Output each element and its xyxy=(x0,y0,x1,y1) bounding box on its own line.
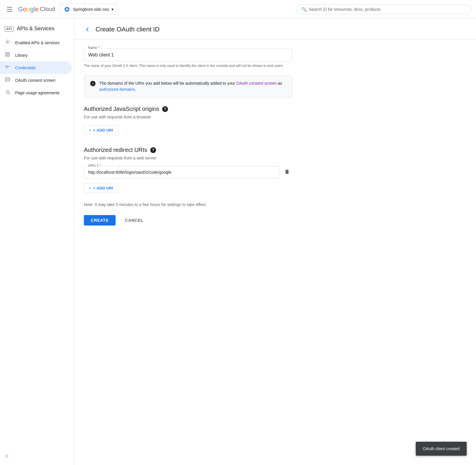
form-area: Name * The name of your OAuth 2.0 client… xyxy=(75,39,302,235)
info-banner: i The domains of the URIs you add below … xyxy=(84,75,292,97)
sidebar-label-oauth-consent: OAuth consent screen xyxy=(15,78,56,83)
svg-rect-3 xyxy=(6,52,7,54)
search-icon: 🔍 xyxy=(302,7,307,12)
add-uri-label-1: + ADD URI xyxy=(93,128,113,132)
add-uri-plus-icon-2: + xyxy=(89,186,91,190)
uri-field-row: URIs 1 * xyxy=(84,166,292,178)
redirect-uris-help-icon[interactable]: ? xyxy=(150,147,156,153)
google-cloud-logo[interactable]: Google Cloud xyxy=(18,6,55,13)
page-usage-icon xyxy=(5,89,10,96)
add-uri-button-1[interactable]: + + ADD URI xyxy=(84,125,118,135)
add-uri-plus-icon-1: + xyxy=(89,128,91,132)
svg-point-7 xyxy=(6,66,8,68)
main-content: Create OAuth client ID Name * The name o… xyxy=(75,19,476,465)
redirect-uris-section: Authorized redirect URIs ? For use with … xyxy=(84,147,292,193)
svg-rect-5 xyxy=(6,55,7,56)
info-icon: i xyxy=(90,81,96,88)
uri-input-1[interactable] xyxy=(84,166,279,178)
search-bar[interactable]: 🔍 Search (/) for resources, docs, produc… xyxy=(297,4,471,14)
sidebar-label-library: Library xyxy=(15,53,28,58)
sidebar-item-oauth-consent[interactable]: OAuth consent screen xyxy=(0,74,72,86)
sidebar-title: APIs & Services xyxy=(17,26,54,32)
toast-message: OAuth client created xyxy=(423,446,460,451)
library-icon xyxy=(5,52,10,58)
sidebar: API APIs & Services Enabled APIs & servi… xyxy=(0,19,75,465)
name-field-group: Name * The name of your OAuth 2.0 client… xyxy=(84,49,292,68)
name-field-label: Name * xyxy=(87,46,101,50)
create-button[interactable]: CREATE xyxy=(84,215,116,226)
name-hint: The name of your OAuth 2.0 client. This … xyxy=(84,63,292,68)
info-text: The domains of the URIs you add below wi… xyxy=(99,80,286,93)
credentials-icon xyxy=(5,64,10,71)
page-title: Create OAuth client ID xyxy=(95,26,160,33)
info-text-part1: The domains of the URIs you add below wi… xyxy=(99,81,236,86)
redirect-uris-title: Authorized redirect URIs ? xyxy=(84,147,292,153)
action-buttons: CREATE CANCEL xyxy=(84,215,292,226)
enabled-apis-icon xyxy=(5,39,10,46)
uri-field-label: URIs 1 * xyxy=(87,164,102,168)
svg-rect-6 xyxy=(8,55,10,56)
js-origins-section: Authorized JavaScript origins ? For use … xyxy=(84,106,292,135)
sidebar-item-library[interactable]: Library xyxy=(0,49,72,61)
info-text-part3: . xyxy=(135,87,136,92)
sidebar-nav: Enabled APIs & services Library Credenti… xyxy=(0,36,74,99)
note-text: Note: It may take 5 minutes to a few hou… xyxy=(84,202,292,207)
uri-field-wrapper: URIs 1 * xyxy=(84,166,279,178)
top-header: Google Cloud Springboot-oidc-sso ▾ 🔍 Sea… xyxy=(0,0,476,19)
oauth-consent-link[interactable]: OAuth consent screen xyxy=(236,81,277,86)
sidebar-label-credentials: Credentials xyxy=(15,65,36,70)
oauth-consent-icon xyxy=(5,77,10,84)
add-uri-button-2[interactable]: + + ADD URI xyxy=(84,183,118,193)
info-text-part2: as xyxy=(277,81,282,86)
sidebar-header: API APIs & Services xyxy=(0,23,74,36)
back-button[interactable] xyxy=(84,26,91,33)
page-header: Create OAuth client ID xyxy=(75,19,476,39)
add-uri-label-2: + ADD URI xyxy=(93,186,113,190)
api-badge: API xyxy=(5,26,13,31)
delete-uri-button[interactable] xyxy=(282,166,292,178)
svg-point-14 xyxy=(9,93,10,94)
svg-rect-4 xyxy=(8,52,10,54)
sidebar-label-page-usage: Page usage agreements xyxy=(15,90,60,95)
svg-text:i: i xyxy=(92,81,93,85)
svg-point-1 xyxy=(66,8,68,10)
cancel-button[interactable]: CANCEL xyxy=(120,215,148,226)
name-input[interactable] xyxy=(84,49,292,61)
sidebar-item-credentials[interactable]: Credentials xyxy=(0,61,72,74)
search-placeholder-text: Search (/) for resources, docs, products xyxy=(309,7,381,12)
svg-rect-8 xyxy=(6,77,10,81)
sidebar-label-enabled-apis: Enabled APIs & services xyxy=(15,40,60,45)
project-name: Springboot-oidc-sso xyxy=(73,7,109,12)
js-origins-title: Authorized JavaScript origins ? xyxy=(84,106,292,112)
cloud-text: Cloud xyxy=(40,6,55,13)
menu-icon[interactable] xyxy=(5,5,15,14)
sidebar-item-page-usage[interactable]: Page usage agreements xyxy=(0,86,72,99)
sidebar-item-enabled-apis[interactable]: Enabled APIs & services xyxy=(0,36,72,49)
redirect-uris-desc: For use with requests from a web server xyxy=(84,156,292,160)
sidebar-collapse-btn[interactable]: ◁ xyxy=(0,451,13,460)
svg-point-2 xyxy=(7,41,8,43)
js-origins-help-icon[interactable]: ? xyxy=(162,106,168,112)
project-selector[interactable]: Springboot-oidc-sso ▾ xyxy=(60,4,117,15)
authorized-domains-link[interactable]: authorized domains xyxy=(99,87,135,92)
js-origins-desc: For use with requests from a browser xyxy=(84,115,292,119)
toast-notification: OAuth client created xyxy=(416,442,467,456)
project-dropdown-icon: ▾ xyxy=(112,7,114,12)
